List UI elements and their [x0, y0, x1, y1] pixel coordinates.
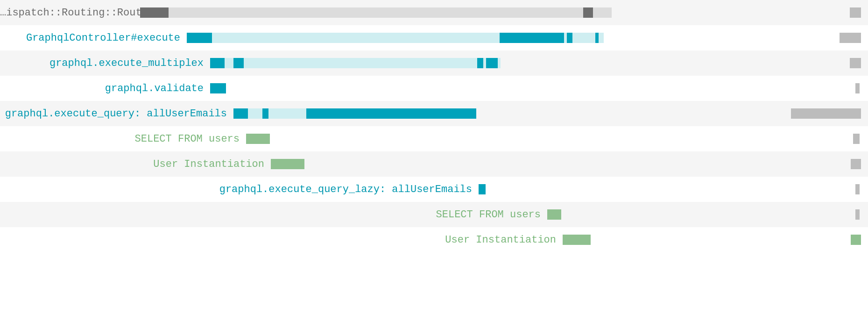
- span-meta-bar: [791, 108, 861, 119]
- span-track: [271, 159, 411, 169]
- span-segment: [500, 33, 564, 43]
- span-track: [140, 7, 612, 18]
- trace-waterfall: …ispatch::Routing::RouteSetGraphqlContro…: [0, 0, 868, 252]
- span-segment: [583, 7, 593, 18]
- span-segment: [479, 184, 486, 194]
- span-meta-bar: [855, 83, 860, 93]
- span-track: [479, 184, 619, 194]
- span-segment: [169, 7, 612, 18]
- span-meta-bar: [850, 58, 861, 68]
- span-track: [187, 33, 604, 43]
- span-meta-bar: [855, 184, 860, 194]
- trace-row[interactable]: graphql.execute_query: allUserEmails: [0, 101, 868, 126]
- span-label[interactable]: …ispatch::Routing::RouteSet: [0, 7, 140, 19]
- trace-row[interactable]: User Instantiation: [0, 227, 868, 252]
- span-segment: [246, 134, 270, 144]
- span-meta: [476, 108, 868, 119]
- span-segment: [233, 108, 248, 119]
- trace-row[interactable]: …ispatch::Routing::RouteSet: [0, 0, 868, 25]
- trace-row[interactable]: GraphqlController#execute: [0, 25, 868, 50]
- span-segment: [567, 33, 572, 43]
- span-meta: [604, 33, 868, 43]
- span-meta: [501, 58, 868, 68]
- span-track: [246, 134, 386, 144]
- span-segment: [595, 33, 599, 43]
- span-track: [210, 83, 501, 93]
- span-segment: [486, 58, 498, 68]
- span-segment: [477, 58, 483, 68]
- span-label[interactable]: SELECT FROM users: [0, 209, 547, 221]
- span-label[interactable]: graphql.execute_query: allUserEmails: [0, 108, 233, 120]
- span-track: [233, 108, 476, 119]
- span-label[interactable]: graphql.execute_multiplex: [0, 57, 210, 69]
- span-label[interactable]: GraphqlController#execute: [0, 32, 187, 44]
- span-meta-bar: [850, 7, 861, 18]
- span-segment: [563, 235, 591, 245]
- span-meta: [612, 7, 868, 18]
- span-track: [563, 235, 656, 245]
- span-meta: [641, 209, 868, 220]
- trace-row[interactable]: SELECT FROM users: [0, 126, 868, 151]
- span-segment: [210, 58, 501, 68]
- span-segment: [210, 83, 226, 93]
- span-meta-bar: [840, 33, 861, 43]
- span-segment: [187, 33, 212, 43]
- span-meta: [501, 83, 868, 93]
- span-segment: [306, 108, 476, 119]
- span-meta: [656, 235, 868, 245]
- span-label[interactable]: User Instantiation: [0, 158, 271, 170]
- span-meta-bar: [851, 159, 861, 169]
- span-label[interactable]: SELECT FROM users: [0, 133, 246, 145]
- span-meta-bar: [855, 209, 860, 220]
- trace-row[interactable]: graphql.validate: [0, 76, 868, 101]
- span-segment: [210, 58, 225, 68]
- span-label[interactable]: graphql.execute_query_lazy: allUserEmail…: [0, 184, 479, 195]
- span-track: [210, 58, 501, 68]
- trace-row[interactable]: graphql.execute_multiplex: [0, 50, 868, 76]
- span-segment: [233, 58, 244, 68]
- trace-row[interactable]: User Instantiation: [0, 151, 868, 177]
- span-meta: [386, 134, 868, 144]
- trace-row[interactable]: graphql.execute_query_lazy: allUserEmail…: [0, 177, 868, 202]
- span-meta-bar: [851, 235, 861, 245]
- span-track: [547, 209, 641, 220]
- trace-row[interactable]: SELECT FROM users: [0, 202, 868, 227]
- span-meta-bar: [853, 134, 860, 144]
- span-label[interactable]: graphql.validate: [0, 83, 210, 94]
- span-segment: [262, 108, 268, 119]
- span-segment: [271, 159, 304, 169]
- span-meta: [619, 184, 868, 194]
- span-meta: [411, 159, 868, 169]
- span-segment: [547, 209, 561, 220]
- span-label[interactable]: User Instantiation: [0, 234, 563, 246]
